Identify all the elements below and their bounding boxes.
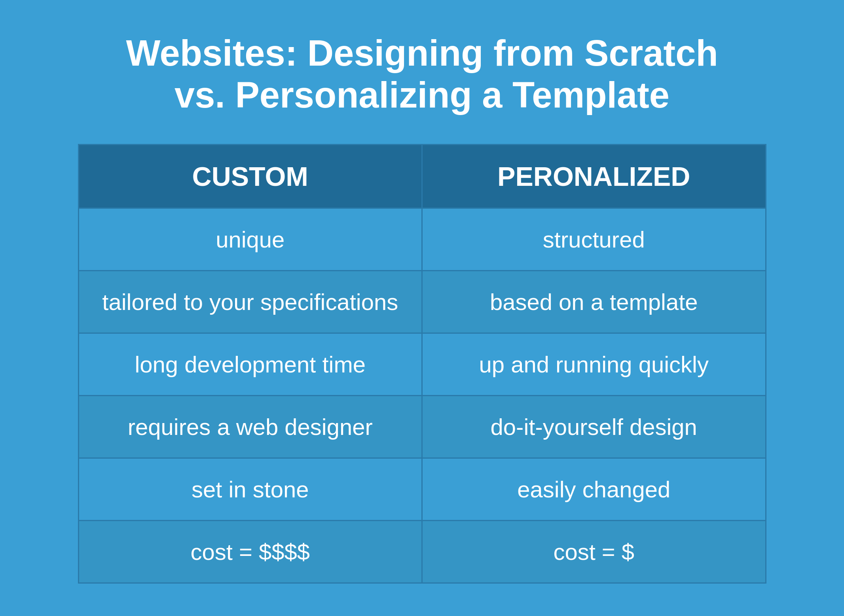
- table-row: tailored to your specificationsbased on …: [78, 270, 766, 333]
- main-container: Websites: Designing from Scratch vs. Per…: [46, 9, 798, 607]
- table-row: uniquestructured: [78, 208, 766, 270]
- table-row: cost = $$$$cost = $: [78, 520, 766, 583]
- table-row: requires a web designerdo-it-yourself de…: [78, 395, 766, 458]
- header-custom: CUSTOM: [78, 144, 422, 208]
- header-personalized: PERONALIZED: [422, 144, 766, 208]
- table-cell-custom-0: unique: [78, 208, 422, 270]
- table-cell-personalized-3: do-it-yourself design: [422, 395, 766, 458]
- table-cell-personalized-4: easily changed: [422, 458, 766, 520]
- table-cell-custom-2: long development time: [78, 333, 422, 395]
- table-cell-custom-4: set in stone: [78, 458, 422, 520]
- table-cell-personalized-0: structured: [422, 208, 766, 270]
- table-header-row: CUSTOM PERONALIZED: [78, 144, 766, 208]
- title-line1: Websites: Designing from Scratch: [126, 33, 718, 73]
- table-cell-custom-5: cost = $$$$: [78, 520, 422, 583]
- title-line2: vs. Personalizing a Template: [174, 75, 670, 115]
- table-cell-personalized-2: up and running quickly: [422, 333, 766, 395]
- page-title: Websites: Designing from Scratch vs. Per…: [78, 32, 766, 116]
- table-cell-personalized-5: cost = $: [422, 520, 766, 583]
- table-cell-custom-1: tailored to your specifications: [78, 270, 422, 333]
- table-cell-custom-3: requires a web designer: [78, 395, 422, 458]
- table-row: long development timeup and running quic…: [78, 333, 766, 395]
- comparison-table: CUSTOM PERONALIZED uniquestructuredtailo…: [78, 144, 766, 584]
- table-row: set in stoneeasily changed: [78, 458, 766, 520]
- table-cell-personalized-1: based on a template: [422, 270, 766, 333]
